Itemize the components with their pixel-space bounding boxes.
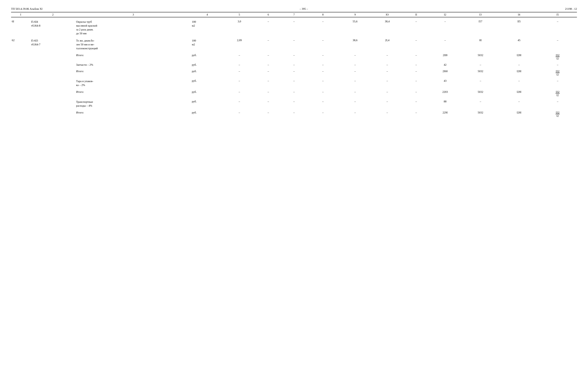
col-header-4: 4: [191, 12, 223, 17]
cell-row61-col8: –: [307, 19, 339, 36]
cell-row61-col5: 3,0: [223, 19, 255, 36]
cell-row62-col8: –: [307, 38, 339, 51]
header-left: ТП 503-4-39.86 Альбом XI: [11, 8, 42, 10]
subtotal-3-col14: I28I: [500, 90, 538, 97]
subtotal-2-col15: I32 I2: [539, 69, 577, 76]
transport-label: Транспортныерасходы – 4%: [75, 100, 191, 108]
table-row: 6I I5-6I4тб.I64-8 Окраска трубмасляной к…: [11, 19, 577, 36]
subtotal-4-col12: 229I: [429, 110, 461, 118]
col-header-7: 7: [281, 12, 307, 17]
tara-label: Тара и упаков-ка – 2%: [75, 79, 191, 88]
col-header-1: I: [11, 12, 30, 17]
zapchasti-unit: руб.: [191, 63, 223, 67]
subtotal-3-col12: 2203: [429, 90, 461, 97]
col-header-9: 9: [339, 12, 371, 17]
cell-row61-col4: 100м2: [191, 19, 223, 36]
cell-row61-col10: 38,4: [371, 19, 403, 36]
col-header-6: 6: [255, 12, 281, 17]
subtotal-2-col12: 2I60: [429, 69, 461, 76]
cell-row62-col7: –: [281, 38, 307, 51]
page-header: ТП 503-4-39.86 Альбом XI – 395 – 21198 -…: [11, 8, 577, 10]
col-header-13: I3: [461, 12, 500, 17]
subtotal-4-col13: 5032: [461, 110, 500, 118]
cell-row61-col13: I57: [461, 19, 500, 36]
transport-unit: руб.: [191, 100, 223, 108]
cell-row62-col5: 2,09: [223, 38, 255, 51]
main-table: I 2 3 4 5 6 7 8 9 IO II I2 I3 I4 I5 6I I…: [11, 12, 577, 118]
cell-row62-col1: 62: [11, 38, 30, 51]
cell-row62-col12: –: [429, 38, 461, 51]
cell-row61-col3: Окраска трубмасляной краскойза 2 раза ди…: [75, 19, 191, 36]
subtotal-label-4: Итого:: [75, 110, 191, 118]
subtotal-3-col15: I32 I2: [539, 90, 577, 97]
cell-row61-col7: –: [281, 19, 307, 36]
cell-row62-col15: –: [539, 38, 577, 51]
cell-row62-col11: –: [403, 38, 429, 51]
subtotal-unit-2: руб.: [191, 69, 223, 76]
col-header-3: 3: [75, 12, 191, 17]
col-header-8: 8: [307, 12, 339, 17]
cell-row61-col2: I5-6I4тб.I64-8: [30, 19, 75, 36]
header-right: 21198 - 12: [565, 8, 577, 10]
subtotal-row-1: Итого: руб. – – – – – – – 2II8 5032 I28I…: [11, 53, 577, 60]
cell-row62-col13: 8I: [461, 38, 500, 51]
subtotal-1-col13: 5032: [461, 53, 500, 60]
col-header-5: 5: [223, 12, 255, 17]
transport-col12: 88: [429, 100, 461, 108]
transport-row: Транспортныерасходы – 4% руб. – – – – – …: [11, 100, 577, 108]
cell-row62-col14: 45: [500, 38, 538, 51]
cell-row62-col9: 38,6: [339, 38, 371, 51]
cell-row62-col10: 2I,4: [371, 38, 403, 51]
zapchasti-col12: 42: [429, 63, 461, 67]
col-header-11: II: [403, 12, 429, 17]
subtotal-unit-4: руб.: [191, 110, 223, 118]
cell-row61-col11: –: [403, 19, 429, 36]
subtotal-2-col13: 5032: [461, 69, 500, 76]
cell-row61-col15: –: [539, 19, 577, 36]
header-center: – 395 –: [300, 8, 308, 10]
table-row: 62 I5-6I3тб.I64-7 То же, диам.бо-лее 50 …: [11, 38, 577, 51]
subtotal-1-col12: 2II8: [429, 53, 461, 60]
col-header-12: I2: [429, 12, 461, 17]
subtotal-row-4: Итого: руб. – – – – – – – 229I 5032 I28I…: [11, 110, 577, 118]
subtotal-4-col14: I28I: [500, 110, 538, 118]
col-header-2: 2: [30, 12, 75, 17]
subtotal-2-col14: I28I: [500, 69, 538, 76]
subtotal-3-col13: 5032: [461, 90, 500, 97]
col-header-14: I4: [500, 12, 538, 17]
subtotal-row-3: Итого: руб. – – – – – – – 2203 5032 I28I…: [11, 90, 577, 97]
subtotal-label-1: Итого:: [75, 53, 191, 60]
subtotal-label-2: Итого:: [75, 69, 191, 76]
cell-row61-col12: –: [429, 19, 461, 36]
cell-row61-col14: II5: [500, 19, 538, 36]
zapchasti-label: Запчасти – 2%: [75, 63, 191, 67]
subtotal-unit-1: руб.: [191, 53, 223, 60]
zapchasti-row: Запчасти – 2% руб. – – – – – – – 42 – – …: [11, 63, 577, 67]
cell-row62-col3: То же, диам.бо-лее 50 мм и ме-таллоконст…: [75, 38, 191, 51]
cell-row61-col9: 55,6: [339, 19, 371, 36]
subtotal-1-col15: I32 I2: [539, 53, 577, 60]
subtotal-row-2: Итого: руб. – – – – – – – 2I60 5032 I28I…: [11, 69, 577, 76]
subtotal-label-3: Итого:: [75, 90, 191, 97]
cell-row62-col4: 100м2: [191, 38, 223, 51]
subtotal-4-col15: I32 I2: [539, 110, 577, 118]
cell-row61-col1: 6I: [11, 19, 30, 36]
col-header-10: IO: [371, 12, 403, 17]
col-header-15: I5: [539, 12, 577, 17]
cell-row62-col2: I5-6I3тб.I64-7: [30, 38, 75, 51]
column-headers: I 2 3 4 5 6 7 8 9 IO II I2 I3 I4 I5: [11, 12, 577, 17]
tara-col12: 43: [429, 79, 461, 88]
cell-row61-col6: –: [255, 19, 281, 36]
tara-unit: руб.: [191, 79, 223, 88]
subtotal-1-col14: I28I: [500, 53, 538, 60]
tara-row: Тара и упаков-ка – 2% руб. – – – – – – –…: [11, 79, 577, 88]
cell-row62-col6: –: [255, 38, 281, 51]
subtotal-unit-3: руб.: [191, 90, 223, 97]
